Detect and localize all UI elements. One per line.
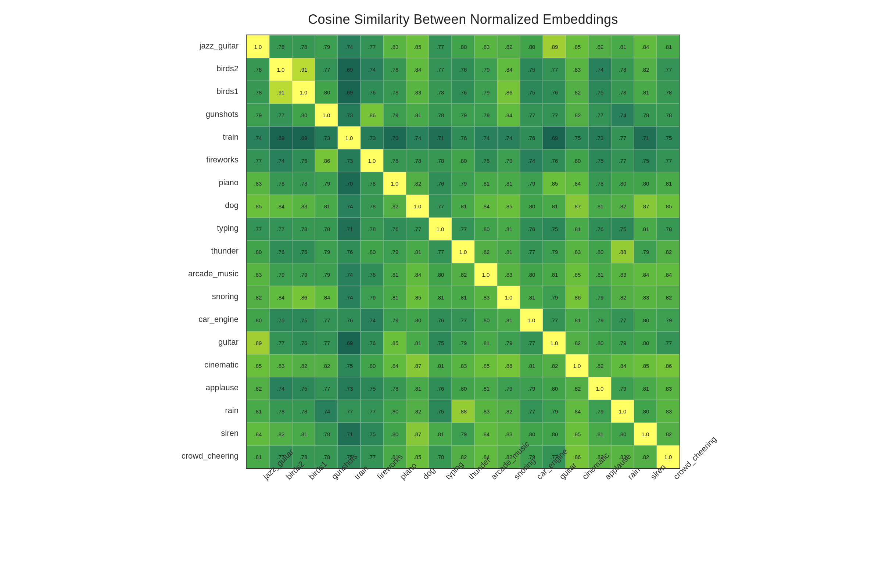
heatmap-cell: .79: [383, 104, 406, 126]
heatmap-cell: .78: [588, 172, 611, 195]
heatmap-cell: .79: [269, 263, 292, 286]
heatmap-cell: .83: [292, 195, 315, 218]
heatmap-cell: .79: [315, 263, 338, 286]
heatmap-cell: .80: [566, 149, 588, 172]
heatmap-cell: .81: [474, 332, 497, 354]
col-labels: jazz_guitarbirds2birds1gunshotstrainfire…: [246, 472, 680, 531]
row-labels: jazz_guitarbirds2birds1gunshotstrainfire…: [183, 34, 242, 468]
heatmap-cell: .88: [452, 400, 474, 423]
heatmap-cell: .83: [247, 172, 269, 195]
heatmap-cell: .84: [634, 263, 657, 286]
heatmap-cell: .79: [452, 104, 474, 126]
row-label: birds2: [183, 57, 242, 80]
heatmap-cell: .69: [338, 81, 360, 104]
heatmap-cell: .83: [269, 354, 292, 377]
heatmap-cell: .75: [338, 354, 360, 377]
heatmap-cell: .78: [634, 104, 657, 126]
heatmap-cell: .80: [634, 309, 657, 332]
heatmap-cell: .79: [383, 240, 406, 263]
heatmap-cell: .73: [315, 126, 338, 149]
heatmap-cell: .70: [338, 172, 360, 195]
heatmap-cell: .80: [429, 263, 452, 286]
heatmap-cell: .76: [292, 332, 315, 354]
heatmap-cell: .75: [566, 126, 588, 149]
heatmap-cell: .78: [429, 104, 452, 126]
heatmap-cell: .79: [315, 172, 338, 195]
col-label-wrapper: birds2: [268, 472, 291, 531]
heatmap-cell: .78: [269, 35, 292, 58]
col-label-wrapper: car_engine: [519, 472, 542, 531]
heatmap-cell: .77: [452, 309, 474, 332]
heatmap-cell: .79: [611, 332, 634, 354]
heatmap-cell: .69: [338, 332, 360, 354]
heatmap-cell: .82: [292, 354, 315, 377]
heatmap-cell: .80: [611, 172, 634, 195]
heatmap-cell: .77: [406, 218, 429, 240]
heatmap-cell: .83: [566, 58, 588, 81]
heatmap-cell: .79: [634, 240, 657, 263]
row-label: dog: [183, 194, 242, 217]
heatmap-cell: .77: [520, 400, 543, 423]
heatmap-cell: .74: [497, 126, 520, 149]
heatmap-cell: .77: [520, 104, 543, 126]
heatmap-cell: .84: [269, 195, 292, 218]
heatmap-cell: .80: [360, 354, 383, 377]
heatmap-cell: .78: [383, 81, 406, 104]
heatmap-cell: 1.0: [269, 58, 292, 81]
row-label: birds1: [183, 80, 242, 103]
heatmap-cell: .83: [497, 423, 520, 446]
heatmap-cell: .77: [452, 218, 474, 240]
heatmap-cell: .85: [247, 354, 269, 377]
heatmap-cell: .77: [269, 104, 292, 126]
heatmap-cell: .75: [657, 126, 680, 149]
heatmap-cell: .81: [588, 263, 611, 286]
heatmap-cell: .74: [338, 195, 360, 218]
heatmap-cell: .81: [657, 35, 680, 58]
heatmap-cell: .78: [292, 400, 315, 423]
heatmap-cell: .84: [247, 423, 269, 446]
row-label: piano: [183, 171, 242, 194]
heatmap-cell: .82: [657, 423, 680, 446]
heatmap-cell: .78: [429, 149, 452, 172]
heatmap-cell: .77: [269, 218, 292, 240]
heatmap-cell: .81: [634, 81, 657, 104]
heatmap-cell: .86: [566, 286, 588, 309]
heatmap-cell: .76: [360, 332, 383, 354]
heatmap-cell: .71: [338, 218, 360, 240]
heatmap-cell: .85: [657, 195, 680, 218]
heatmap-cell: .75: [588, 81, 611, 104]
heatmap-cell: .76: [543, 81, 566, 104]
heatmap-cell: .77: [657, 332, 680, 354]
heatmap-cell: .77: [315, 309, 338, 332]
heatmap-cell: 1.0: [360, 149, 383, 172]
heatmap-cell: .77: [657, 58, 680, 81]
heatmap-cell: .79: [497, 332, 520, 354]
heatmap-cell: .81: [247, 400, 269, 423]
heatmap-cell: .85: [406, 286, 429, 309]
heatmap-cell: .78: [360, 172, 383, 195]
heatmap-cell: .78: [247, 58, 269, 81]
heatmap-cell: .84: [657, 263, 680, 286]
heatmap-cell: .80: [474, 218, 497, 240]
heatmap-cell: .79: [292, 263, 315, 286]
heatmap-cell: .77: [360, 35, 383, 58]
heatmap-cell: .84: [269, 286, 292, 309]
heatmap-cell: .77: [543, 58, 566, 81]
heatmap-cell: .78: [406, 149, 429, 172]
heatmap-cell: 1.0: [292, 81, 315, 104]
heatmap-cell: .86: [657, 354, 680, 377]
col-label-wrapper: jazz_guitar: [246, 472, 268, 531]
heatmap-cell: .76: [429, 377, 452, 400]
heatmap-cell: .81: [520, 354, 543, 377]
heatmap-cell: .84: [611, 354, 634, 377]
row-label: guitar: [183, 331, 242, 354]
heatmap-cell: .74: [338, 263, 360, 286]
heatmap-cell: .78: [429, 446, 452, 468]
heatmap-cell: .80: [315, 81, 338, 104]
heatmap-cell: .75: [520, 58, 543, 81]
heatmap-cell: .76: [474, 149, 497, 172]
heatmap-cell: .83: [634, 286, 657, 309]
heatmap-cell: .86: [292, 286, 315, 309]
row-label: typing: [183, 217, 242, 240]
heatmap-cell: .84: [497, 58, 520, 81]
